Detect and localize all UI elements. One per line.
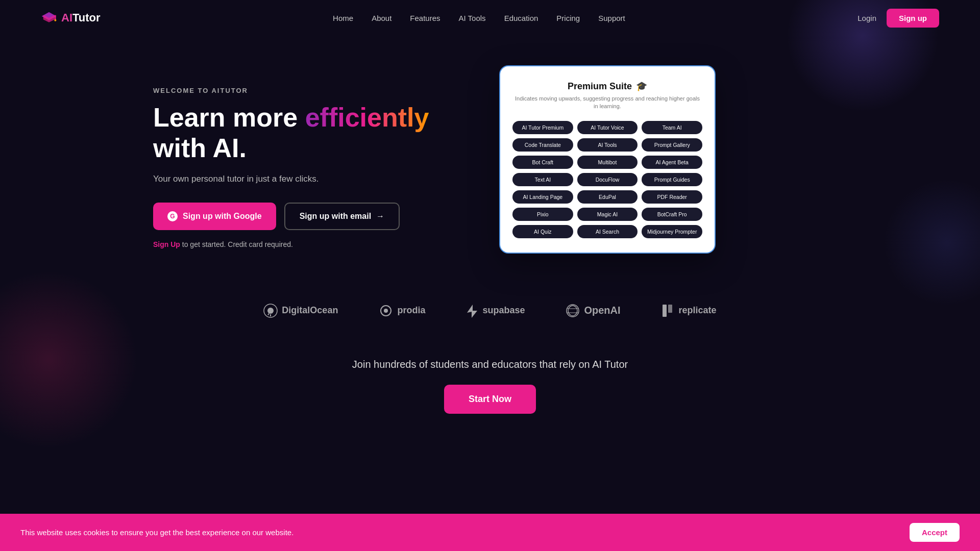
nav-item-about[interactable]: About xyxy=(372,14,391,22)
nav-item-home[interactable]: Home xyxy=(333,14,353,22)
feature-chip: Prompt Gallery xyxy=(642,138,702,152)
svg-rect-11 xyxy=(663,305,667,317)
svg-point-3 xyxy=(54,19,56,21)
premium-card-title: Premium Suite 🎓 xyxy=(512,81,702,92)
feature-chip: Text AI xyxy=(512,173,573,186)
feature-chip: AI Search xyxy=(577,225,638,238)
nav-actions: Login Sign up xyxy=(857,9,939,28)
brand-digitalocean-label: DigitalOcean xyxy=(282,305,338,316)
google-icon: G xyxy=(167,211,178,221)
nav-item-pricing[interactable]: Pricing xyxy=(556,14,580,22)
feature-chip: Magic AI xyxy=(577,208,638,221)
feature-chip: Bot Craft xyxy=(512,156,573,169)
brand-supabase-label: supabase xyxy=(482,305,525,316)
digitalocean-icon xyxy=(263,304,278,318)
brand-supabase: supabase xyxy=(466,304,525,318)
graduation-cap-icon: 🎓 xyxy=(636,81,647,92)
brand-replicate-label: replicate xyxy=(679,305,717,316)
logo[interactable]: AITutor xyxy=(41,10,101,26)
nav-item-support[interactable]: Support xyxy=(598,14,625,22)
signup-email-button[interactable]: Sign up with email → xyxy=(284,203,400,230)
premium-card-subtitle: Indicates moving upwards, suggesting pro… xyxy=(512,95,702,111)
brand-digitalocean: DigitalOcean xyxy=(263,304,338,318)
svg-point-5 xyxy=(267,308,274,314)
brand-openai: OpenAI xyxy=(566,304,620,318)
nav-item-education[interactable]: Education xyxy=(504,14,538,22)
feature-chip: BotCraft Pro xyxy=(642,208,702,221)
feature-chip: AI Agent Beta xyxy=(642,156,702,169)
nav-item-features[interactable]: Features xyxy=(410,14,440,22)
feature-chip: Team AI xyxy=(642,121,702,134)
replicate-icon xyxy=(662,304,675,318)
feature-chip: Midjourney Prompter xyxy=(642,225,702,238)
start-now-button[interactable]: Start Now xyxy=(444,385,536,414)
feature-chip: AI Quiz xyxy=(512,225,573,238)
hero-cta-note: Sign Up to get started. Credit card requ… xyxy=(153,240,459,248)
hero-right: Premium Suite 🎓 Indicates moving upwards… xyxy=(500,66,715,253)
brand-openai-label: OpenAI xyxy=(584,305,620,316)
premium-suite-card: Premium Suite 🎓 Indicates moving upwards… xyxy=(500,66,715,253)
svg-rect-2 xyxy=(55,15,56,20)
feature-chip: DocuFlow xyxy=(577,173,638,186)
features-grid: AI Tutor PremiumAI Tutor VoiceTeam AICod… xyxy=(512,121,702,238)
feature-chip: AI Tools xyxy=(577,138,638,152)
hero-headline: Learn more efficiently with AI. xyxy=(153,103,459,164)
signup-button[interactable]: Sign up xyxy=(887,9,939,28)
feature-chip: Code Translate xyxy=(512,138,573,152)
cta-signup-link[interactable]: Sign Up xyxy=(153,240,180,248)
svg-point-7 xyxy=(384,309,388,313)
join-section: Join hundreds of students and educators … xyxy=(0,338,980,434)
accept-cookie-button[interactable]: Accept xyxy=(910,523,960,542)
hero-section: WELCOME TO AITUTOR Learn more efficientl… xyxy=(0,36,980,283)
feature-chip: Prompt Guides xyxy=(642,173,702,186)
logo-icon xyxy=(41,10,57,26)
logo-text: AITutor xyxy=(61,11,101,24)
signup-google-button[interactable]: G Sign up with Google xyxy=(153,203,276,230)
welcome-text: WELCOME TO AITUTOR xyxy=(153,87,459,94)
brand-prodia-label: prodia xyxy=(397,305,425,316)
cookie-message: This website uses cookies to ensure you … xyxy=(20,528,293,537)
arrow-icon: → xyxy=(376,212,384,221)
brand-replicate: replicate xyxy=(662,304,717,318)
supabase-icon xyxy=(466,304,478,318)
hero-left: WELCOME TO AITUTOR Learn more efficientl… xyxy=(153,66,459,248)
join-text: Join hundreds of students and educators … xyxy=(10,359,970,370)
brand-prodia: prodia xyxy=(379,304,425,318)
hero-highlight: efficiently xyxy=(305,103,429,132)
hero-subtext: Your own personal tutor in just a few cl… xyxy=(153,174,459,184)
feature-chip: Pixio xyxy=(512,208,573,221)
openai-icon xyxy=(566,304,580,318)
nav-links: Home About Features AI Tools Education P… xyxy=(333,14,625,22)
navbar: AITutor Home About Features AI Tools Edu… xyxy=(0,0,980,36)
cookie-banner: This website uses cookies to ensure you … xyxy=(0,514,980,551)
brands-section: DigitalOcean prodia supabase OpenAI xyxy=(0,283,980,338)
feature-chip: AI Landing Page xyxy=(512,190,573,204)
feature-chip: PDF Reader xyxy=(642,190,702,204)
login-button[interactable]: Login xyxy=(857,14,876,22)
feature-chip: AI Tutor Premium xyxy=(512,121,573,134)
prodia-icon xyxy=(379,304,393,318)
feature-chip: AI Tutor Voice xyxy=(577,121,638,134)
svg-rect-12 xyxy=(668,305,672,313)
feature-chip: EduPal xyxy=(577,190,638,204)
nav-item-ai-tools[interactable]: AI Tools xyxy=(459,14,486,22)
feature-chip: Multibot xyxy=(577,156,638,169)
hero-buttons: G Sign up with Google Sign up with email… xyxy=(153,203,459,230)
